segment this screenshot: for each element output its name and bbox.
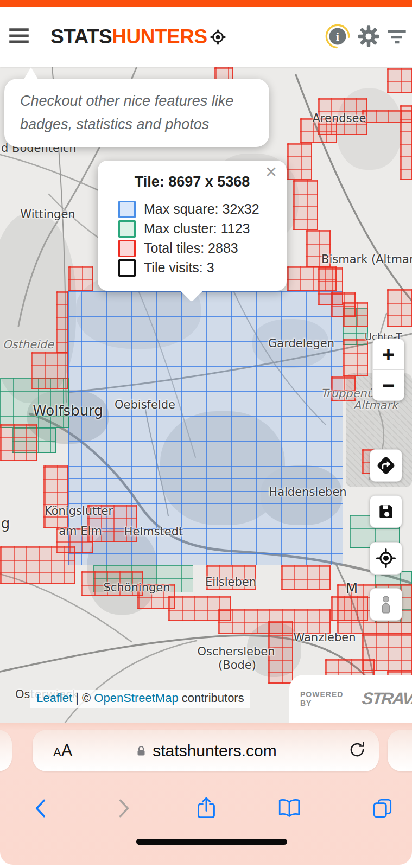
settings-button[interactable] bbox=[357, 24, 381, 50]
red-tiles bbox=[400, 105, 412, 180]
legend-swatch-blue bbox=[118, 201, 136, 218]
lock-icon bbox=[135, 744, 148, 757]
legend-label: Total tiles: 2883 bbox=[144, 240, 238, 256]
map-label: Wittingen bbox=[20, 208, 75, 221]
map-label: Haldensleben bbox=[269, 486, 346, 499]
strava-wordmark: STRAVA bbox=[361, 689, 412, 709]
red-tiles bbox=[331, 596, 368, 621]
legend-swatch-red bbox=[118, 240, 136, 257]
tabs-button[interactable] bbox=[370, 796, 395, 821]
reader-small-a: A bbox=[53, 745, 61, 760]
strava-badge: POWERED BY STRAVA bbox=[289, 675, 412, 723]
gear-icon bbox=[357, 24, 381, 48]
statshunters-logo[interactable]: STATSHUNTERS bbox=[50, 25, 226, 48]
save-icon bbox=[375, 501, 397, 522]
logo-target-icon bbox=[210, 29, 226, 46]
streetview-button[interactable] bbox=[370, 588, 402, 621]
red-tiles bbox=[168, 596, 231, 621]
app-header: STATSHUNTERS i bbox=[0, 7, 412, 67]
map-label: Eilsleben bbox=[205, 576, 256, 589]
powered-by-label: POWERED BY bbox=[300, 690, 357, 707]
url-display: statshunters.com bbox=[135, 742, 276, 760]
adjacent-tab-left[interactable] bbox=[0, 730, 12, 771]
zoom-in-button[interactable]: + bbox=[373, 339, 404, 369]
red-tiles bbox=[343, 339, 368, 376]
legend-row-total-tiles: Total tiles: 2883 bbox=[118, 240, 287, 256]
red-tiles bbox=[56, 291, 68, 353]
red-tiles bbox=[287, 266, 337, 291]
attribution-text: contributors bbox=[179, 691, 244, 705]
logo-stats: STATS bbox=[50, 25, 112, 48]
map-label: Ostheide bbox=[3, 338, 54, 351]
back-button[interactable] bbox=[28, 796, 53, 821]
legend-row-max-square: Max square: 32x32 bbox=[118, 201, 287, 217]
map-label: g bbox=[1, 515, 10, 532]
safari-toolbar bbox=[0, 796, 412, 823]
directions-icon bbox=[375, 454, 397, 477]
tile-popup: × Tile: 8697 x 5368 Max square: 32x32 Ma… bbox=[98, 161, 287, 291]
attribution-text: | © bbox=[72, 691, 94, 705]
forward-chevron-icon bbox=[115, 797, 132, 820]
tabs-icon bbox=[371, 797, 394, 820]
address-bar[interactable]: AA statshunters.com bbox=[33, 730, 379, 771]
zoom-control: + − bbox=[372, 339, 404, 401]
legend-swatch-green bbox=[118, 220, 136, 238]
map-label: Helmstedt bbox=[124, 525, 183, 538]
red-tiles bbox=[0, 424, 37, 461]
map-attribution: Leaflet | © OpenStreetMap contributors bbox=[30, 690, 250, 708]
reload-icon bbox=[347, 740, 367, 760]
legend-swatch-black bbox=[118, 259, 136, 277]
map-label: Bismark (Altmark bbox=[321, 253, 412, 266]
map-label: M bbox=[346, 580, 358, 597]
header-actions: i bbox=[324, 23, 408, 52]
reader-button[interactable]: AA bbox=[53, 741, 72, 761]
red-tiles bbox=[387, 289, 412, 327]
home-indicator[interactable] bbox=[136, 839, 287, 845]
map-label: (Bode) bbox=[218, 659, 256, 672]
tooltip-line-1: Checkout other nice features like bbox=[20, 90, 253, 113]
map-label: Wanzleben bbox=[294, 631, 356, 644]
zoom-out-button[interactable]: − bbox=[373, 370, 404, 400]
forward-button[interactable] bbox=[111, 796, 136, 821]
tooltip-line-2: badges, statistics and photos bbox=[20, 113, 253, 136]
map-canvas[interactable]: d BodenteichWittingenOstheideArendseeBis… bbox=[0, 67, 412, 723]
info-button[interactable]: i bbox=[324, 23, 351, 52]
locate-icon bbox=[374, 546, 398, 570]
menu-button[interactable] bbox=[8, 27, 30, 47]
red-tiles bbox=[43, 465, 68, 528]
red-tiles bbox=[281, 565, 331, 590]
legend-row-max-cluster: Max cluster: 1123 bbox=[118, 221, 287, 237]
map-label: Gardelegen bbox=[268, 337, 334, 350]
filter-icon bbox=[386, 25, 408, 47]
map-label: Oebisfelde bbox=[115, 398, 175, 411]
map-label: Arendsee bbox=[313, 112, 366, 125]
map-label: Schöningen bbox=[103, 581, 170, 594]
reload-button[interactable] bbox=[347, 740, 367, 761]
legend-row-tile-visits: Tile visits: 3 bbox=[118, 260, 287, 276]
map-label: Oschersleben bbox=[197, 645, 275, 658]
iphone-screen: STATSHUNTERS i bbox=[0, 0, 412, 868]
red-tiles bbox=[343, 302, 368, 327]
popup-legend: Max square: 32x32 Max cluster: 1123 Tota… bbox=[118, 201, 287, 276]
adjacent-tab-right[interactable] bbox=[388, 730, 412, 771]
map-label: Truppenü bbox=[321, 387, 374, 400]
bookmarks-button[interactable] bbox=[277, 796, 302, 821]
osm-link[interactable]: OpenStreetMap bbox=[94, 691, 178, 705]
info-icon: i bbox=[324, 23, 351, 50]
feature-tooltip: Checkout other nice features like badges… bbox=[4, 79, 269, 147]
legend-label: Max square: 32x32 bbox=[144, 201, 259, 217]
share-button[interactable] bbox=[194, 796, 219, 821]
locate-button[interactable] bbox=[370, 542, 402, 575]
popup-close-button[interactable]: × bbox=[262, 162, 280, 182]
leaflet-link[interactable]: Leaflet bbox=[36, 691, 72, 705]
red-tiles bbox=[31, 352, 68, 389]
red-tiles bbox=[293, 180, 318, 230]
reader-large-a: A bbox=[61, 741, 73, 761]
save-button[interactable] bbox=[370, 495, 402, 528]
url-text: statshunters.com bbox=[153, 742, 276, 760]
routes-button[interactable] bbox=[370, 449, 402, 482]
red-tiles bbox=[68, 266, 93, 291]
filter-button[interactable] bbox=[386, 25, 408, 49]
book-icon bbox=[277, 797, 302, 819]
legend-label: Tile visits: 3 bbox=[144, 260, 214, 276]
